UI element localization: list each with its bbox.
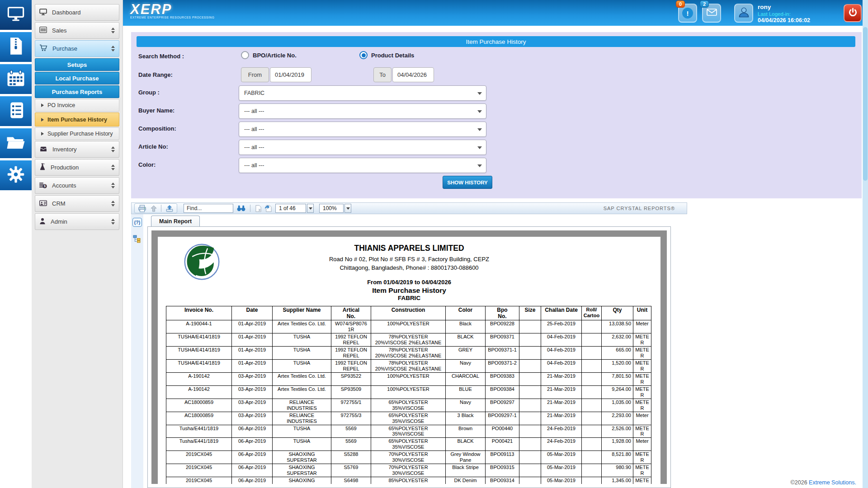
radio-bpo-label: BPO/Article No.	[253, 52, 297, 59]
composition-label: Composition:	[138, 125, 176, 132]
printer-icon[interactable]	[138, 205, 146, 212]
avatar-icon	[738, 6, 750, 20]
page-forward-icon[interactable]	[255, 205, 262, 212]
user-profile-button[interactable]	[734, 4, 753, 23]
table-header-row: Invoice No.DateSupplier NameArtical No.C…	[166, 306, 651, 320]
radio-option-bpo: BPO/Article No.	[241, 51, 297, 59]
last-login-time: 04/04/2026 16:06:02	[758, 17, 810, 24]
report-title: Item Purchase History	[158, 286, 660, 295]
coins-icon: $	[39, 182, 47, 190]
page-indicator-dropdown[interactable]	[307, 204, 314, 213]
radio-product-details[interactable]	[359, 51, 368, 59]
logout-button[interactable]	[844, 4, 862, 22]
sidebar-item-production[interactable]: Production	[35, 159, 119, 176]
id-card-icon	[39, 200, 47, 207]
show-history-button[interactable]: SHOW HISTORY	[443, 176, 492, 189]
article-no-dropdown[interactable]: --- all ---	[239, 140, 486, 155]
page-title: Item Purchase History	[137, 36, 855, 47]
calendar-icon	[7, 70, 25, 89]
table-row: Tusha/E441/181906-Apr-2019TUSHA556965%PO…	[166, 438, 651, 451]
scrollbar-thumb[interactable]	[863, 27, 868, 181]
chevron-updown-icon	[111, 146, 115, 152]
chevron-updown-icon	[111, 183, 115, 188]
tab-main-report[interactable]: Main Report	[151, 216, 200, 226]
sidebar-item-setups[interactable]: Setups	[35, 58, 119, 71]
export-icon[interactable]	[165, 205, 174, 212]
page-indicator[interactable]: 1 of 46	[275, 204, 306, 213]
radio-bpo-article[interactable]	[241, 51, 249, 59]
help-icon[interactable]: (?)	[132, 218, 142, 227]
table-row: 2019CX04506-Apr-2019SHAOXING SUPERSTARS5…	[166, 464, 651, 477]
sidebar-item-label: Accounts	[52, 182, 76, 189]
date-range-label: Date Range:	[138, 71, 173, 78]
sidebar-item-label: Production	[51, 164, 79, 171]
alerts-button[interactable]: 0 !	[678, 4, 697, 23]
user-info: rony Last Loged-in: 04/04/2026 16:06:02	[758, 4, 810, 24]
group-dropdown-value: FABRIC	[244, 90, 264, 96]
report-desk: THIANIS APPARELS LIMITED Road No # 02, P…	[151, 230, 667, 484]
sidebar-item-label: Inventory	[52, 146, 76, 153]
app-logo[interactable]: XERP EXTREME ENTERPRISE RESOURCES PROCES…	[130, 1, 214, 19]
messages-button[interactable]: 2	[702, 4, 721, 23]
rail-calendar-tile[interactable]	[0, 64, 32, 94]
sidebar-item-admin[interactable]: Admin	[35, 213, 119, 230]
report-subtitle: FABRIC	[158, 295, 660, 301]
sidebar-item-label: Local Purchase	[55, 75, 99, 82]
sidebar-item-sales[interactable]: Sales	[35, 22, 119, 39]
company-address-line1: Road No # 02, Plot No # SFB FS # 3, Fact…	[158, 255, 660, 264]
sidebar-item-inventory[interactable]: Inventory	[35, 141, 119, 158]
composition-dropdown-value: --- all ---	[244, 126, 264, 132]
purchase-history-table: Invoice No.DateSupplier NameArtical No.C…	[166, 306, 651, 484]
copyright: ©2026 Extreme Solutions.	[791, 479, 856, 486]
company-logo	[181, 243, 223, 283]
column-header: Invoice No.	[166, 306, 232, 320]
composition-dropdown[interactable]: --- all ---	[239, 122, 486, 137]
article-no-label: Article No:	[138, 143, 168, 150]
sidebar-item-label: Purchase Reports	[52, 89, 102, 95]
rail-notebook-tile[interactable]	[0, 96, 32, 126]
sidebar-item-dashboard[interactable]: Dashboard	[35, 4, 119, 21]
binoculars-icon[interactable]	[237, 205, 245, 211]
rail-zip-tile[interactable]	[0, 32, 32, 62]
search-form-panel: Item Purchase History Search Method : BP…	[131, 32, 862, 198]
extreme-solutions-link[interactable]: Extreme Solutions.	[809, 479, 856, 486]
color-label: Color:	[138, 161, 156, 168]
mail-icon	[707, 9, 717, 18]
sidebar-item-item-purchase-history[interactable]: Item Purchase History	[35, 113, 119, 127]
from-date-input[interactable]: 01/04/2019	[270, 67, 311, 82]
chevron-down-icon	[309, 207, 312, 210]
find-input[interactable]	[184, 204, 233, 213]
sidebar-item-crm[interactable]: CRM	[35, 195, 119, 212]
flask-icon	[39, 163, 46, 172]
sidebar-item-local-purchase[interactable]: Local Purchase	[35, 72, 119, 84]
sidebar-item-po-invoice[interactable]: PO Invoice	[35, 99, 119, 112]
rail-monitor-tile[interactable]	[0, 0, 32, 30]
toolbar-action-group	[134, 203, 177, 213]
arrow-right-icon	[41, 118, 44, 122]
color-dropdown[interactable]: --- all ---	[239, 158, 486, 173]
table-row: 2019CX04506-Apr-2019SHAOXING SUPERSTARS5…	[166, 451, 651, 464]
group-dropdown[interactable]: FABRIC	[239, 85, 486, 101]
up-arrow-icon[interactable]	[151, 205, 157, 212]
page-scrollbar[interactable]	[863, 0, 868, 488]
icon-rail	[0, 0, 32, 192]
rail-gear-tile[interactable]	[0, 160, 32, 190]
table-row: TUSHA/E414/181901-Apr-2019TUSHA1992 TEFL…	[166, 346, 651, 359]
report-frame: THIANIS APPARELS LIMITED Road No # 02, P…	[147, 226, 671, 488]
to-date-input[interactable]: 04/04/2026	[392, 67, 434, 82]
buyer-name-dropdown[interactable]: --- all ---	[239, 103, 486, 119]
sidebar-item-purchase-reports[interactable]: Purchase Reports	[35, 85, 119, 98]
chevron-updown-icon	[111, 28, 115, 33]
monitor-icon	[7, 6, 24, 23]
zoom-level[interactable]: 100%	[319, 204, 344, 213]
sidebar-item-accounts[interactable]: $ Accounts	[35, 177, 119, 194]
group-tree-icon[interactable]	[133, 235, 141, 245]
zoom-dropdown[interactable]	[344, 204, 351, 213]
page-jump-icon[interactable]	[264, 205, 272, 212]
copyright-text: ©2026	[791, 479, 809, 486]
table-row: TUSHA/E414/181901-Apr-2019TUSHA1992 TEFL…	[166, 359, 651, 372]
rail-folder-tile[interactable]	[0, 128, 32, 158]
sidebar-item-purchase[interactable]: Purchase	[35, 40, 119, 57]
sidebar-item-supplier-purchase-history[interactable]: Supplier Purchase History	[35, 127, 119, 140]
app-logo-tagline: EXTREME ENTERPRISE RESOURCES PROCESSING	[130, 16, 214, 19]
